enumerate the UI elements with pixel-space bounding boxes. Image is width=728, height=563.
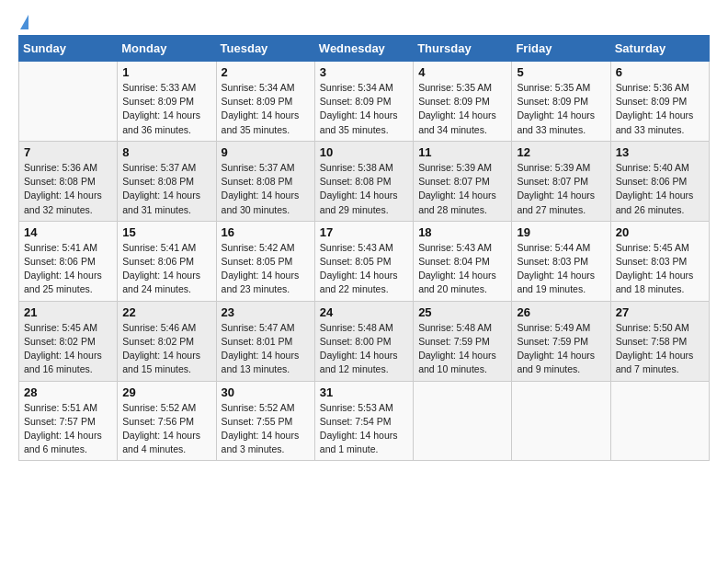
day-info: Sunrise: 5:41 AM Sunset: 8:06 PM Dayligh… [122,242,200,295]
day-number: 28 [24,385,112,399]
day-number: 3 [320,65,408,79]
day-cell-23: 23Sunrise: 5:47 AM Sunset: 8:01 PM Dayli… [216,301,314,381]
day-number: 11 [418,145,506,159]
day-number: 25 [418,305,506,319]
day-info: Sunrise: 5:43 AM Sunset: 8:04 PM Dayligh… [418,242,496,295]
day-number: 23 [222,305,310,319]
day-info: Sunrise: 5:53 AM Sunset: 7:54 PM Dayligh… [320,402,398,455]
day-info: Sunrise: 5:51 AM Sunset: 7:57 PM Dayligh… [24,402,102,455]
empty-cell [610,381,709,461]
day-number: 1 [122,65,210,79]
day-info: Sunrise: 5:35 AM Sunset: 8:09 PM Dayligh… [418,82,496,135]
day-info: Sunrise: 5:45 AM Sunset: 8:02 PM Dayligh… [24,322,102,375]
day-cell-24: 24Sunrise: 5:48 AM Sunset: 8:00 PM Dayli… [314,301,413,381]
day-cell-4: 4Sunrise: 5:35 AM Sunset: 8:09 PM Daylig… [414,62,512,142]
week-row-3: 14Sunrise: 5:41 AM Sunset: 8:06 PM Dayli… [19,221,710,301]
weekday-header-wednesday: Wednesday [314,36,413,62]
day-cell-22: 22Sunrise: 5:46 AM Sunset: 8:02 PM Dayli… [118,301,216,381]
header [18,15,710,28]
day-cell-3: 3Sunrise: 5:34 AM Sunset: 8:09 PM Daylig… [314,62,413,142]
day-cell-31: 31Sunrise: 5:53 AM Sunset: 7:54 PM Dayli… [314,381,413,461]
day-number: 13 [616,145,704,159]
day-number: 20 [616,225,704,239]
weekday-header-monday: Monday [118,36,216,62]
day-info: Sunrise: 5:35 AM Sunset: 8:09 PM Dayligh… [517,82,595,135]
empty-cell [19,62,118,142]
day-info: Sunrise: 5:39 AM Sunset: 8:07 PM Dayligh… [418,162,496,215]
day-cell-29: 29Sunrise: 5:52 AM Sunset: 7:56 PM Dayli… [118,381,216,461]
day-number: 8 [122,145,210,159]
day-cell-25: 25Sunrise: 5:48 AM Sunset: 7:59 PM Dayli… [414,301,512,381]
day-number: 15 [122,225,210,239]
day-info: Sunrise: 5:39 AM Sunset: 8:07 PM Dayligh… [517,162,595,215]
day-info: Sunrise: 5:33 AM Sunset: 8:09 PM Dayligh… [122,82,200,135]
day-info: Sunrise: 5:36 AM Sunset: 8:08 PM Dayligh… [24,162,102,215]
day-number: 21 [24,305,112,319]
day-cell-30: 30Sunrise: 5:52 AM Sunset: 7:55 PM Dayli… [216,381,314,461]
day-number: 6 [616,65,704,79]
day-cell-21: 21Sunrise: 5:45 AM Sunset: 8:02 PM Dayli… [19,301,118,381]
day-number: 19 [517,225,605,239]
day-number: 26 [517,305,605,319]
day-info: Sunrise: 5:44 AM Sunset: 8:03 PM Dayligh… [517,242,595,295]
day-cell-7: 7Sunrise: 5:36 AM Sunset: 8:08 PM Daylig… [19,141,118,221]
logo-triangle-icon [20,15,28,29]
day-number: 31 [320,385,408,399]
day-info: Sunrise: 5:43 AM Sunset: 8:05 PM Dayligh… [320,242,398,295]
day-info: Sunrise: 5:40 AM Sunset: 8:06 PM Dayligh… [616,162,694,215]
day-number: 9 [222,145,310,159]
day-number: 5 [517,65,605,79]
day-cell-13: 13Sunrise: 5:40 AM Sunset: 8:06 PM Dayli… [610,141,709,221]
calendar-page: SundayMondayTuesdayWednesdayThursdayFrid… [0,0,728,479]
day-info: Sunrise: 5:52 AM Sunset: 7:55 PM Dayligh… [222,402,300,455]
day-info: Sunrise: 5:41 AM Sunset: 8:06 PM Dayligh… [24,242,102,295]
week-row-1: 1Sunrise: 5:33 AM Sunset: 8:09 PM Daylig… [19,62,710,142]
calendar-table: SundayMondayTuesdayWednesdayThursdayFrid… [18,35,710,461]
day-cell-20: 20Sunrise: 5:45 AM Sunset: 8:03 PM Dayli… [610,221,709,301]
day-cell-5: 5Sunrise: 5:35 AM Sunset: 8:09 PM Daylig… [512,62,610,142]
week-row-4: 21Sunrise: 5:45 AM Sunset: 8:02 PM Dayli… [19,301,710,381]
day-cell-6: 6Sunrise: 5:36 AM Sunset: 8:09 PM Daylig… [610,62,709,142]
day-cell-1: 1Sunrise: 5:33 AM Sunset: 8:09 PM Daylig… [118,62,216,142]
day-info: Sunrise: 5:37 AM Sunset: 8:08 PM Dayligh… [122,162,200,215]
day-cell-2: 2Sunrise: 5:34 AM Sunset: 8:09 PM Daylig… [216,62,314,142]
day-number: 7 [24,145,112,159]
day-info: Sunrise: 5:46 AM Sunset: 8:02 PM Dayligh… [122,322,200,375]
day-info: Sunrise: 5:34 AM Sunset: 8:09 PM Dayligh… [320,82,398,135]
day-cell-17: 17Sunrise: 5:43 AM Sunset: 8:05 PM Dayli… [314,221,413,301]
day-cell-27: 27Sunrise: 5:50 AM Sunset: 7:58 PM Dayli… [610,301,709,381]
day-info: Sunrise: 5:49 AM Sunset: 7:59 PM Dayligh… [517,322,595,375]
day-cell-10: 10Sunrise: 5:38 AM Sunset: 8:08 PM Dayli… [314,141,413,221]
day-info: Sunrise: 5:48 AM Sunset: 8:00 PM Dayligh… [320,322,398,375]
empty-cell [512,381,610,461]
weekday-header-tuesday: Tuesday [216,36,314,62]
day-number: 12 [517,145,605,159]
day-number: 30 [222,385,310,399]
day-info: Sunrise: 5:42 AM Sunset: 8:05 PM Dayligh… [222,242,300,295]
day-info: Sunrise: 5:48 AM Sunset: 7:59 PM Dayligh… [418,322,496,375]
day-info: Sunrise: 5:45 AM Sunset: 8:03 PM Dayligh… [616,242,694,295]
day-cell-11: 11Sunrise: 5:39 AM Sunset: 8:07 PM Dayli… [414,141,512,221]
day-info: Sunrise: 5:52 AM Sunset: 7:56 PM Dayligh… [122,402,200,455]
day-number: 22 [122,305,210,319]
day-info: Sunrise: 5:50 AM Sunset: 7:58 PM Dayligh… [616,322,694,375]
day-info: Sunrise: 5:47 AM Sunset: 8:01 PM Dayligh… [222,322,300,375]
day-info: Sunrise: 5:38 AM Sunset: 8:08 PM Dayligh… [320,162,398,215]
weekday-header-saturday: Saturday [610,36,709,62]
day-number: 18 [418,225,506,239]
weekday-header-thursday: Thursday [414,36,512,62]
day-number: 4 [418,65,506,79]
day-cell-16: 16Sunrise: 5:42 AM Sunset: 8:05 PM Dayli… [216,221,314,301]
empty-cell [414,381,512,461]
day-number: 29 [122,385,210,399]
day-cell-9: 9Sunrise: 5:37 AM Sunset: 8:08 PM Daylig… [216,141,314,221]
day-number: 16 [222,225,310,239]
day-cell-8: 8Sunrise: 5:37 AM Sunset: 8:08 PM Daylig… [118,141,216,221]
calendar-header: SundayMondayTuesdayWednesdayThursdayFrid… [19,36,710,62]
day-number: 17 [320,225,408,239]
day-cell-12: 12Sunrise: 5:39 AM Sunset: 8:07 PM Dayli… [512,141,610,221]
weekday-header-sunday: Sunday [19,36,118,62]
day-number: 24 [320,305,408,319]
day-cell-19: 19Sunrise: 5:44 AM Sunset: 8:03 PM Dayli… [512,221,610,301]
day-cell-14: 14Sunrise: 5:41 AM Sunset: 8:06 PM Dayli… [19,221,118,301]
